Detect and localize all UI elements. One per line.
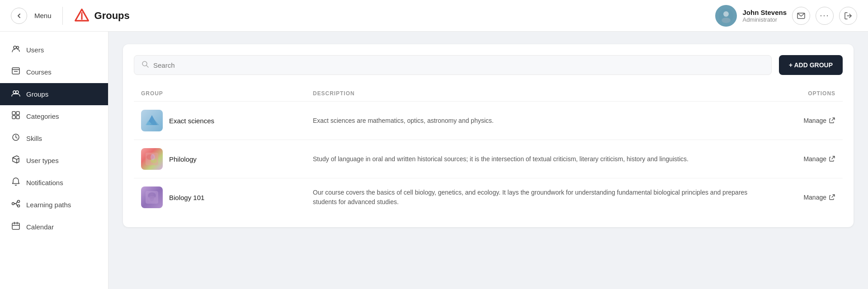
categories-icon <box>11 111 21 122</box>
external-link-icon-biology[interactable] <box>829 194 835 201</box>
groups-icon <box>11 89 21 100</box>
manage-link-philology[interactable]: Manage <box>803 155 826 163</box>
logo-icon <box>74 8 90 24</box>
col-header-options: OPTIONS <box>763 90 835 97</box>
svg-point-9 <box>17 47 19 49</box>
sidebar-label-categories: Categories <box>26 112 59 120</box>
sidebar-label-user-types: User types <box>26 157 59 164</box>
external-link-icon-exact[interactable] <box>829 117 835 125</box>
sidebar-item-skills[interactable]: Skills <box>0 127 108 149</box>
svg-rect-18 <box>16 116 19 119</box>
header-logo: Groups <box>74 8 130 24</box>
body: Users Courses <box>0 32 868 289</box>
search-row: + ADD GROUP <box>134 55 843 75</box>
header: Menu Groups John Stevens Administrator <box>0 0 868 32</box>
main-content: + ADD GROUP GROUP DESCRIPTION OPTIONS <box>108 32 868 289</box>
avatar <box>715 5 737 27</box>
user-types-icon <box>11 155 21 166</box>
thumbnail-biology <box>141 186 163 208</box>
options-philology: Manage <box>763 155 835 163</box>
options-exact: Manage <box>763 117 835 125</box>
users-icon <box>11 44 21 56</box>
group-name-exact: Exact sciences <box>169 117 214 125</box>
user-info-area: John Stevens Administrator ··· <box>715 5 857 27</box>
svg-point-2 <box>81 12 83 14</box>
manage-link-biology[interactable]: Manage <box>803 194 826 201</box>
svg-point-35 <box>151 154 155 160</box>
sidebar-item-groups[interactable]: Groups <box>0 83 108 105</box>
svg-rect-16 <box>16 112 19 115</box>
sidebar-item-notifications[interactable]: Notifications <box>0 172 108 194</box>
manage-link-exact[interactable]: Manage <box>803 117 826 124</box>
menu-label: Menu <box>34 12 52 19</box>
skills-icon <box>11 133 21 144</box>
user-name: John Stevens <box>742 9 787 16</box>
learning-paths-icon <box>11 199 21 210</box>
thumbnail-philology <box>141 148 163 170</box>
svg-rect-17 <box>12 116 15 119</box>
svg-point-14 <box>16 91 19 93</box>
sidebar-item-user-types[interactable]: User types <box>0 149 108 172</box>
col-header-description: DESCRIPTION <box>313 90 763 97</box>
notifications-icon <box>11 177 21 188</box>
sidebar-label-courses: Courses <box>26 68 52 76</box>
search-box <box>134 55 772 75</box>
back-button[interactable] <box>11 8 27 24</box>
group-name-biology: Biology 101 <box>169 194 204 201</box>
sidebar-item-users[interactable]: Users <box>0 39 108 61</box>
group-cell-biology: Biology 101 <box>141 186 313 208</box>
add-group-button[interactable]: + ADD GROUP <box>779 55 843 75</box>
table-row: Exact sciences Exact sciences are mathem… <box>134 102 843 140</box>
sidebar-label-calendar: Calendar <box>26 223 54 231</box>
header-divider <box>62 7 63 25</box>
group-cell-exact: Exact sciences <box>141 110 313 131</box>
user-details: John Stevens Administrator <box>742 9 787 23</box>
svg-point-13 <box>13 91 16 93</box>
description-philology: Study of language in oral and written hi… <box>313 154 763 164</box>
sidebar-item-calendar[interactable]: Calendar <box>0 216 108 238</box>
more-button[interactable]: ··· <box>816 7 834 25</box>
sidebar-item-courses[interactable]: Courses <box>0 61 108 83</box>
search-icon <box>142 61 149 70</box>
table-row: Biology 101 Our course covers the basics… <box>134 178 843 216</box>
svg-point-8 <box>14 46 16 49</box>
search-input[interactable] <box>153 61 764 69</box>
svg-point-39 <box>150 193 154 201</box>
group-cell-philology: Philology <box>141 148 313 170</box>
sidebar-label-skills: Skills <box>26 135 42 142</box>
mail-button[interactable] <box>792 7 810 25</box>
group-name-philology: Philology <box>169 155 197 163</box>
sidebar-item-categories[interactable]: Categories <box>0 105 108 127</box>
sidebar-item-learning-paths[interactable]: Learning paths <box>0 194 108 216</box>
description-biology: Our course covers the basics of cell bio… <box>313 188 763 207</box>
calendar-icon <box>11 221 21 233</box>
table-row: Philology Study of language in oral and … <box>134 140 843 178</box>
options-biology: Manage <box>763 194 835 201</box>
sidebar-label-users: Users <box>26 46 44 54</box>
table-header: GROUP DESCRIPTION OPTIONS <box>134 86 843 102</box>
svg-rect-10 <box>12 68 19 74</box>
sidebar-label-groups: Groups <box>26 90 48 98</box>
svg-rect-15 <box>12 112 15 115</box>
col-header-group: GROUP <box>141 90 313 97</box>
user-role: Administrator <box>742 16 787 23</box>
thumbnail-exact <box>141 110 163 131</box>
page-title: Groups <box>94 10 130 22</box>
svg-rect-5 <box>719 9 733 23</box>
sidebar-label-learning-paths: Learning paths <box>26 201 71 209</box>
content-card: + ADD GROUP GROUP DESCRIPTION OPTIONS <box>123 44 854 227</box>
sidebar-label-notifications: Notifications <box>26 179 63 186</box>
sidebar: Users Courses <box>0 32 108 289</box>
description-exact: Exact sciences are mathematics, optics, … <box>313 116 763 126</box>
svg-line-28 <box>146 65 148 67</box>
external-link-icon-philology[interactable] <box>829 155 835 163</box>
logout-button[interactable] <box>839 7 857 25</box>
svg-rect-23 <box>12 223 19 229</box>
courses-icon <box>11 66 21 78</box>
